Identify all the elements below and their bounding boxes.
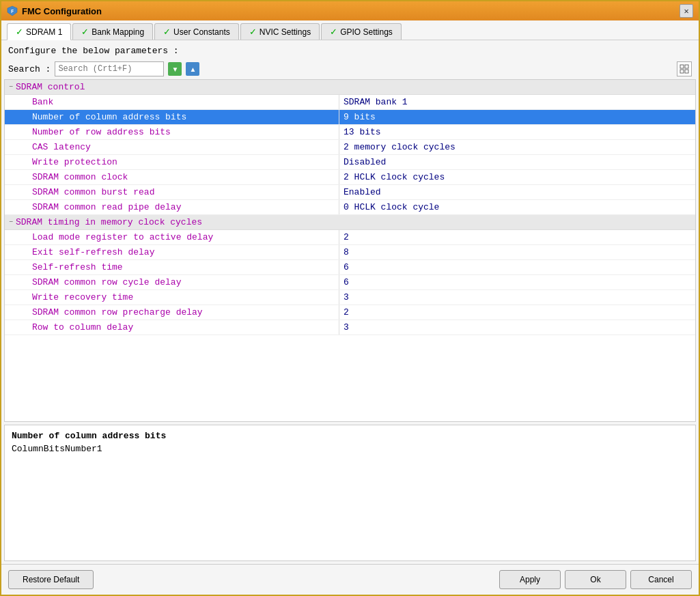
svg-rect-2 <box>680 65 684 68</box>
param-value-sdram-clock: 2 HCLK clock cycles <box>339 170 695 184</box>
param-value-write-protection: Disabled <box>339 155 695 169</box>
fmc-config-window: F FMC Configuration ✕ ✓ SDRAM 1 ✓ Bank M… <box>0 0 700 596</box>
search-bar-inner: Search : ▼ ▲ <box>8 61 692 76</box>
tab-label-user-constants: User Constants <box>173 27 230 37</box>
cancel-button[interactable]: Cancel <box>630 570 692 589</box>
section-sdram-control[interactable]: − SDRAM control <box>5 80 695 95</box>
window-title: FMC Configuration <box>22 6 102 16</box>
param-value-self-refresh-time: 6 <box>339 260 695 274</box>
action-buttons: Apply Ok Cancel <box>499 570 692 589</box>
table-row[interactable]: Row to column delay 3 <box>5 320 695 335</box>
param-value-col-bits: 9 bits <box>339 110 695 124</box>
table-row[interactable]: SDRAM common row cycle delay 6 <box>5 275 695 290</box>
content-area: Configure the below parameters : Search … <box>1 40 699 595</box>
table-row[interactable]: SDRAM common clock 2 HCLK clock cycles <box>5 170 695 185</box>
close-button[interactable]: ✕ <box>680 4 693 18</box>
tab-label-nvic-settings: NVIC Settings <box>260 27 311 37</box>
tab-bank-mapping[interactable]: ✓ Bank Mapping <box>72 23 153 40</box>
section-label-sdram-timing: SDRAM timing in memory clock cycles <box>16 217 202 227</box>
param-name-load-mode: Load mode register to active delay <box>5 230 339 244</box>
tab-bar: ✓ SDRAM 1 ✓ Bank Mapping ✓ User Constant… <box>1 20 699 40</box>
param-name-write-recovery: Write recovery time <box>5 290 339 304</box>
table-row[interactable]: Bank SDRAM bank 1 <box>5 95 695 110</box>
param-name-cas-latency: CAS latency <box>5 140 339 154</box>
info-title: Number of column address bits <box>12 431 688 441</box>
param-value-load-mode: 2 <box>339 230 695 244</box>
table-row[interactable]: Exit self-refresh delay 8 <box>5 245 695 260</box>
section-toggle-sdram-control[interactable]: − <box>9 83 13 91</box>
configure-text: Configure the below parameters : <box>1 40 699 59</box>
param-value-row-to-col: 3 <box>339 320 695 335</box>
param-value-write-recovery: 3 <box>339 290 695 304</box>
info-panel: Number of column address bits ColumnBits… <box>4 425 696 561</box>
ok-button[interactable]: Ok <box>565 570 626 589</box>
tab-label-sdram1: SDRAM 1 <box>26 27 62 37</box>
param-value-precharge-delay: 2 <box>339 305 695 320</box>
param-name-exit-self-refresh: Exit self-refresh delay <box>5 245 339 259</box>
tab-check-nvic-settings: ✓ <box>249 27 257 37</box>
button-bar: Restore Default Apply Ok Cancel <box>1 564 699 595</box>
param-value-cas-latency: 2 memory clock cycles <box>339 140 695 154</box>
table-row[interactable]: SDRAM common row precharge delay 2 <box>5 305 695 320</box>
svg-text:F: F <box>11 9 14 14</box>
search-bar: Search : ▼ ▲ <box>1 59 699 79</box>
search-input[interactable] <box>55 61 164 76</box>
param-value-exit-self-refresh: 8 <box>339 245 695 259</box>
tab-check-gpio-settings: ✓ <box>330 27 337 37</box>
table-row[interactable]: Number of column address bits 9 bits <box>5 110 695 125</box>
tab-check-bank-mapping: ✓ <box>81 27 89 37</box>
param-value-row-cycle-delay: 6 <box>339 275 695 289</box>
table-row[interactable]: Self-refresh time 6 <box>5 260 695 275</box>
table-row[interactable]: CAS latency 2 memory clock cycles <box>5 140 695 155</box>
param-name-precharge-delay: SDRAM common row precharge delay <box>5 305 339 320</box>
param-name-sdram-clock: SDRAM common clock <box>5 170 339 184</box>
apply-button[interactable]: Apply <box>499 570 561 589</box>
param-name-col-bits: Number of column address bits <box>5 110 339 124</box>
title-bar-left: F FMC Configuration <box>7 5 102 16</box>
param-name-row-bits: Number of row address bits <box>5 125 339 139</box>
tab-sdram1[interactable]: ✓ SDRAM 1 <box>7 23 71 40</box>
param-value-pipe-delay: 0 HCLK clock cycle <box>339 200 695 214</box>
section-label-sdram-control: SDRAM control <box>16 82 85 92</box>
grid-view-icon[interactable] <box>677 61 692 76</box>
param-name-row-to-col: Row to column delay <box>5 320 339 335</box>
search-label: Search : <box>8 64 51 74</box>
table-row[interactable]: SDRAM common burst read Enabled <box>5 185 695 200</box>
svg-rect-3 <box>685 65 688 68</box>
restore-default-button[interactable]: Restore Default <box>8 570 94 589</box>
title-bar: F FMC Configuration ✕ <box>1 1 699 20</box>
param-value-row-bits: 13 bits <box>339 125 695 139</box>
table-row[interactable]: SDRAM common read pipe delay 0 HCLK cloc… <box>5 200 695 215</box>
svg-rect-4 <box>680 70 684 73</box>
tab-gpio-settings[interactable]: ✓ GPIO Settings <box>321 23 402 40</box>
param-name-burst-read: SDRAM common burst read <box>5 185 339 199</box>
table-row[interactable]: Write protection Disabled <box>5 155 695 170</box>
tab-label-gpio-settings: GPIO Settings <box>340 27 393 37</box>
table-row[interactable]: Write recovery time 3 <box>5 290 695 305</box>
tab-user-constants[interactable]: ✓ User Constants <box>154 23 239 40</box>
tab-check-user-constants: ✓ <box>163 27 171 37</box>
search-next-button[interactable]: ▲ <box>186 62 199 76</box>
svg-rect-5 <box>685 70 688 73</box>
param-name-write-protection: Write protection <box>5 155 339 169</box>
param-value-bank: SDRAM bank 1 <box>339 95 695 109</box>
tab-label-bank-mapping: Bank Mapping <box>92 27 144 37</box>
grid-svg <box>680 64 689 74</box>
table-row[interactable]: Number of row address bits 13 bits <box>5 125 695 140</box>
param-name-pipe-delay: SDRAM common read pipe delay <box>5 200 339 214</box>
param-name-self-refresh-time: Self-refresh time <box>5 260 339 274</box>
section-sdram-timing[interactable]: − SDRAM timing in memory clock cycles <box>5 215 695 230</box>
param-value-burst-read: Enabled <box>339 185 695 199</box>
search-prev-button[interactable]: ▼ <box>168 62 182 76</box>
table-row[interactable]: Load mode register to active delay 2 <box>5 230 695 245</box>
tab-nvic-settings[interactable]: ✓ NVIC Settings <box>240 23 320 40</box>
tab-check-sdram1: ✓ <box>16 27 23 37</box>
fmc-icon: F <box>7 5 18 16</box>
param-name-row-cycle-delay: SDRAM common row cycle delay <box>5 275 339 289</box>
param-name-bank: Bank <box>5 95 339 109</box>
info-detail: ColumnBitsNumber1 <box>12 444 688 454</box>
section-toggle-sdram-timing[interactable]: − <box>9 218 13 226</box>
params-table: − SDRAM control Bank SDRAM bank 1 Number… <box>4 79 696 422</box>
